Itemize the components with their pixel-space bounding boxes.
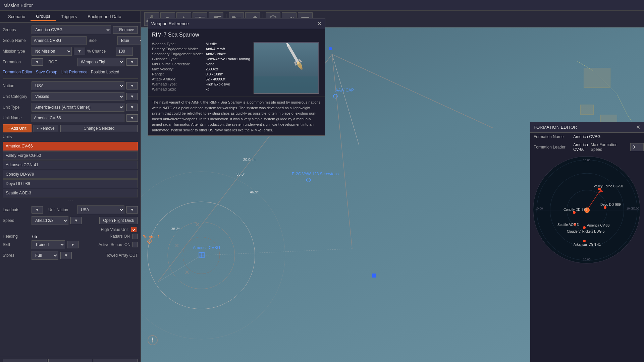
speed-row: Speed Ahead 2/3 ▼ Open Flight Deck [3, 216, 138, 225]
hvu-checkbox[interactable] [131, 227, 137, 232]
skill-select[interactable]: Trained [32, 240, 65, 249]
mission-type-select[interactable]: No Mission [32, 47, 72, 56]
panel-content: Scenario Groups Triggers Background Data… [0, 11, 141, 356]
stores-select[interactable]: Full [32, 251, 58, 260]
roe-expand-btn[interactable]: ▼ [126, 58, 138, 66]
unit-nation-label: Unit Nation [48, 207, 75, 212]
fp-dot-deyo [604, 206, 606, 209]
unit-item[interactable]: Valley Forge CG-50 [3, 151, 138, 160]
compass[interactable] [148, 335, 158, 345]
fp-label-deyo: Deyo DD-989 [600, 203, 621, 206]
unit-item[interactable]: Seattle AOE-3 [3, 189, 138, 197]
fp-label-claude: Claude V. Rickets DDG-5 [567, 230, 604, 233]
nation-label: Nation [3, 83, 30, 88]
add-unit-button[interactable]: + Add Unit [3, 124, 32, 132]
stores-expand-btn[interactable]: ▼ [60, 252, 72, 259]
america-cvbg-icon [198, 251, 205, 260]
formation-panel-close-button[interactable]: ✕ [636, 124, 640, 130]
speed-label: Speed [3, 218, 30, 223]
gt-val: Semi-Active Radar Homing [206, 57, 250, 61]
svg-line-17 [332, 54, 352, 249]
tab-scenario[interactable]: Scenario [3, 13, 31, 20]
mission-expand-btn[interactable]: ▼ [74, 48, 85, 55]
active-sonars-toggle[interactable] [132, 242, 138, 247]
sem-key: Secondary Engagement Mode: [152, 52, 206, 56]
back-button[interactable]: Back [3, 359, 47, 362]
remove-group-button[interactable]: - Remove [113, 26, 138, 34]
svg-line-26 [201, 249, 352, 255]
svg-rect-11 [217, 16, 221, 17]
fp-maxspeed-input[interactable] [630, 143, 644, 151]
unit-item[interactable]: Conolly DD-979 [3, 170, 138, 179]
nation-expand-btn[interactable]: ▼ [126, 82, 138, 89]
radars-on-toggle[interactable] [132, 234, 138, 239]
unit-type-select[interactable]: America-class (Aircraft Carrier) [32, 103, 124, 112]
aaw-cap-label: AAW CAP [335, 88, 354, 93]
unit-category-expand-btn[interactable]: ▼ [126, 93, 138, 100]
fp-maxspeed-label: Max Formation Speed [591, 142, 628, 152]
unit-name-input[interactable] [32, 114, 124, 122]
fp-leader-label: Formation Leader [534, 145, 571, 149]
gt-key: Guidance Type: [152, 57, 206, 61]
top-nav: Scenario Groups Triggers Background Data [0, 11, 141, 23]
formation-label: Formation [3, 60, 30, 64]
open-flight-deck-button[interactable]: Open Flight Deck [99, 217, 138, 224]
aaw-cap-dot [332, 93, 339, 101]
skill-label: Skill [3, 242, 30, 247]
crosshair-2: ✕ [174, 242, 179, 249]
divider1 [3, 78, 138, 79]
save-button[interactable]: Save [48, 359, 93, 362]
tab-groups[interactable]: Groups [31, 12, 56, 21]
nation-row: Nation USA ▼ [3, 81, 138, 90]
chance-input[interactable] [116, 47, 133, 56]
units-section: Units America CV-66 Valley Forge CG-50 A… [3, 134, 138, 203]
mcc-key: Mid Course Correction: [152, 62, 206, 66]
nation-select[interactable]: USA [32, 81, 124, 90]
unit-item[interactable]: Deyo DD-989 [3, 179, 138, 188]
unit-name-expand-btn[interactable]: ▼ [126, 114, 138, 122]
mv-key: Max Velocity: [152, 67, 206, 71]
unit-nation-select[interactable]: USA [77, 205, 124, 214]
unit-item[interactable]: Arkansas CGN-41 [3, 161, 138, 169]
tab-background-data[interactable]: Background Data [82, 13, 126, 20]
heading-value: 65 [32, 234, 42, 239]
change-selected-button[interactable]: Change Selected [60, 125, 138, 132]
mcc-val: None [206, 62, 214, 66]
play-button[interactable]: Play [94, 359, 138, 362]
speed-select[interactable]: Ahead 2/3 [32, 216, 68, 225]
pem-val: Anti-Aircraft [206, 47, 225, 51]
weapon-ref-close-button[interactable]: ✕ [317, 20, 322, 27]
group-name-input[interactable] [32, 36, 87, 45]
save-group-link[interactable]: Save Group [36, 70, 57, 74]
unit-type-row: Unit Type America-class (Aircraft Carrie… [3, 103, 138, 112]
hvu-row: High Value Unit [3, 227, 138, 232]
tab-triggers[interactable]: Triggers [56, 13, 82, 20]
units-header-row: Units [3, 134, 138, 140]
unit-nation-expand-btn[interactable]: ▼ [126, 206, 138, 214]
speed-expand-btn[interactable]: ▼ [70, 217, 82, 224]
groups-row: Groups America CVBG - Remove [3, 25, 138, 34]
side-select[interactable]: Blue [117, 36, 141, 45]
unit-type-label: Unit Type [3, 105, 30, 110]
weapon-image [254, 42, 319, 94]
roe-select[interactable]: Weapons Tight [77, 58, 124, 66]
loadouts-expand-btn[interactable]: ▼ [32, 206, 43, 214]
loadouts-label: Loadouts [3, 207, 30, 212]
unit-reference-link[interactable]: Unit Reference [61, 70, 88, 74]
formation-editor-bar: Formation Editor Save Group Unit Referen… [3, 68, 138, 76]
range-val: 0.8 - 10nm [206, 72, 223, 76]
unit-item[interactable]: America CV-66 [3, 142, 138, 150]
formation-editor-link[interactable]: Formation Editor [3, 70, 33, 74]
svg-line-25 [158, 255, 201, 282]
skill-expand-btn[interactable]: ▼ [67, 241, 78, 248]
unit-category-select[interactable]: Vessels [32, 92, 124, 101]
svg-point-24 [141, 172, 285, 339]
unit-type-expand-btn[interactable]: ▼ [126, 104, 138, 111]
fp-dot-vf [598, 188, 601, 190]
remove-unit-button[interactable]: - Remove [34, 125, 58, 132]
formation-expand-btn[interactable]: ▼ [32, 58, 43, 66]
svg-line-46 [587, 190, 600, 210]
range-key: Range: [152, 72, 206, 76]
groups-select[interactable]: America CVBG [32, 25, 111, 34]
america-cvbg-label: America CVBG [193, 245, 220, 250]
